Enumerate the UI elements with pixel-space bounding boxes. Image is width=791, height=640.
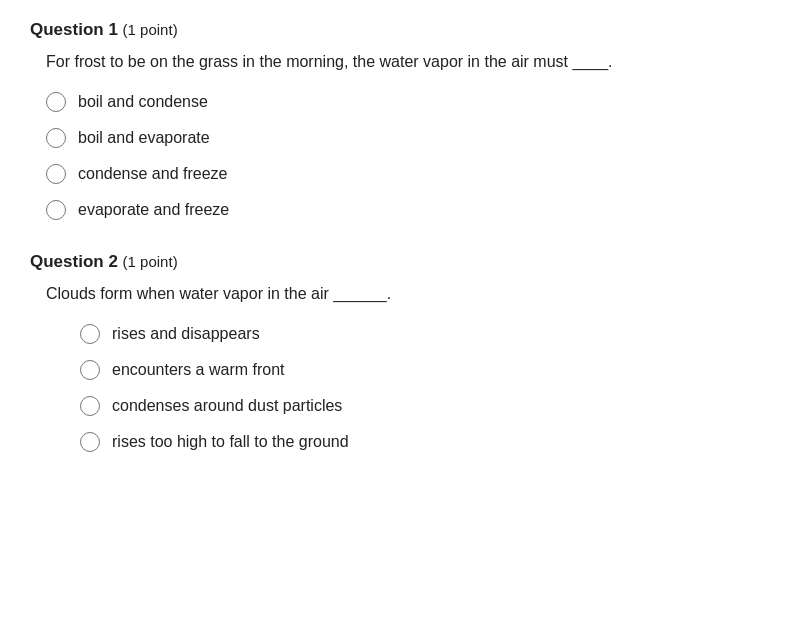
question-2-options: rises and disappears encounters a warm f… — [80, 324, 761, 452]
list-item[interactable]: condenses around dust particles — [80, 396, 761, 416]
q1-option-a-label[interactable]: boil and condense — [78, 93, 208, 111]
list-item[interactable]: boil and condense — [46, 92, 761, 112]
q2-option-c-label[interactable]: condenses around dust particles — [112, 397, 342, 415]
question-1-points: (1 point) — [123, 21, 178, 38]
question-2-title: Question 2 (1 point) — [30, 252, 761, 272]
q1-option-d-label[interactable]: evaporate and freeze — [78, 201, 229, 219]
list-item[interactable]: rises too high to fall to the ground — [80, 432, 761, 452]
list-item[interactable]: condense and freeze — [46, 164, 761, 184]
question-1-text: For frost to be on the grass in the morn… — [46, 50, 761, 74]
q1-option-b-label[interactable]: boil and evaporate — [78, 129, 210, 147]
question-1-block: Question 1 (1 point) For frost to be on … — [30, 20, 761, 220]
question-1-title: Question 1 (1 point) — [30, 20, 761, 40]
q1-option-d-radio[interactable] — [46, 200, 66, 220]
q2-option-d-label[interactable]: rises too high to fall to the ground — [112, 433, 349, 451]
q2-option-b-label[interactable]: encounters a warm front — [112, 361, 285, 379]
q1-option-c-radio[interactable] — [46, 164, 66, 184]
question-2-label: Question 2 — [30, 252, 118, 271]
list-item[interactable]: boil and evaporate — [46, 128, 761, 148]
q2-option-a-radio[interactable] — [80, 324, 100, 344]
question-2-text: Clouds form when water vapor in the air … — [46, 282, 761, 306]
questions-container: Question 1 (1 point) For frost to be on … — [30, 20, 761, 452]
q1-option-a-radio[interactable] — [46, 92, 66, 112]
q2-option-c-radio[interactable] — [80, 396, 100, 416]
q2-option-b-radio[interactable] — [80, 360, 100, 380]
list-item[interactable]: rises and disappears — [80, 324, 761, 344]
q2-option-a-label[interactable]: rises and disappears — [112, 325, 260, 343]
list-item[interactable]: encounters a warm front — [80, 360, 761, 380]
q1-option-c-label[interactable]: condense and freeze — [78, 165, 227, 183]
question-1-label: Question 1 — [30, 20, 118, 39]
question-2-block: Question 2 (1 point) Clouds form when wa… — [30, 252, 761, 452]
question-1-options: boil and condense boil and evaporate con… — [46, 92, 761, 220]
q1-option-b-radio[interactable] — [46, 128, 66, 148]
list-item[interactable]: evaporate and freeze — [46, 200, 761, 220]
q2-option-d-radio[interactable] — [80, 432, 100, 452]
question-2-points: (1 point) — [123, 253, 178, 270]
